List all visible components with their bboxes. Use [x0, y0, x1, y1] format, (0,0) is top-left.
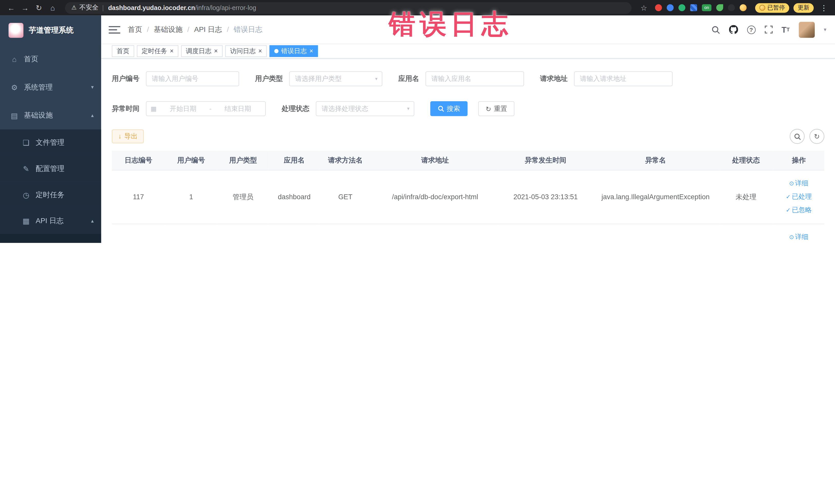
filter-process-status: 处理状态 请选择处理状态 ▾: [282, 101, 414, 116]
error-log-table: 日志编号 用户编号 用户类型 应用名 请求方法名 请求地址 异常发生时间 异常名…: [112, 151, 824, 243]
close-icon[interactable]: ×: [258, 48, 262, 55]
app-name-input[interactable]: [426, 72, 524, 86]
security-label[interactable]: 不安全: [79, 3, 99, 12]
page-header: 首页 / 基础设施 / API 日志 / 错误日志 ?: [101, 15, 835, 44]
sidebar-item-label: 文件管理: [36, 138, 64, 147]
help-icon[interactable]: ?: [747, 25, 755, 34]
sidebar-submenu-infra: ❏ 文件管理 ✎ 配置管理 ◷ 定时任务 ▦ API 日志 ▴ ❒: [0, 129, 101, 243]
font-size-icon[interactable]: TT: [781, 25, 790, 34]
chevron-down-icon: ▾: [375, 76, 377, 82]
filter-label: 处理状态: [282, 104, 309, 114]
check-icon: ✓: [786, 207, 791, 213]
breadcrumb-item[interactable]: API 日志: [194, 25, 222, 34]
chrome-menu-icon[interactable]: ⋮: [817, 3, 831, 12]
extension-icon-leaf[interactable]: [716, 4, 723, 11]
close-icon[interactable]: ×: [214, 48, 218, 55]
tab-home[interactable]: 首页: [112, 45, 134, 57]
breadcrumb-item[interactable]: 基础设施: [154, 25, 183, 34]
cell-app-name: dashboard: [269, 170, 320, 224]
select-placeholder: 请选择处理状态: [322, 104, 368, 113]
tab-label: 调度日志: [186, 47, 211, 56]
export-button[interactable]: ↓ 导出: [112, 129, 144, 143]
sidebar-item-job[interactable]: ◷ 定时任务: [0, 182, 101, 208]
bookmark-star-icon[interactable]: ☆: [637, 3, 651, 12]
breadcrumb-item[interactable]: 首页: [128, 25, 142, 34]
smiley-icon: [759, 5, 765, 11]
chrome-update-button[interactable]: 更新: [793, 3, 814, 12]
sidebar-logo[interactable]: 芋道管理系统: [0, 15, 101, 45]
sidebar-item-system[interactable]: ⚙ 系统管理 ▾: [0, 73, 101, 101]
forward-icon[interactable]: →: [18, 3, 32, 12]
sidebar-item-home[interactable]: ⌂ 首页: [0, 45, 101, 73]
app-frame: 芋道管理系统 ⌂ 首页 ⚙ 系统管理 ▾ ▤ 基础设施 ▴ ❏ 文件管理: [0, 15, 835, 243]
filter-label: 请求地址: [540, 74, 568, 83]
extension-icon-on[interactable]: on: [702, 4, 711, 11]
sidebar-item-infra[interactable]: ▤ 基础设施 ▴: [0, 101, 101, 129]
search-icon: [794, 133, 801, 140]
home-icon[interactable]: ⌂: [46, 3, 60, 12]
tab-job[interactable]: 定时任务×: [137, 45, 178, 57]
processed-link[interactable]: ✓已处理: [773, 190, 824, 204]
user-id-input[interactable]: [146, 72, 239, 86]
paused-badge-label: 已暂停: [767, 4, 785, 12]
request-url-input[interactable]: [574, 72, 673, 86]
date-range-picker[interactable]: ▦ 开始日期 - 结束日期: [146, 101, 266, 116]
cell-process-status: 未处理: [719, 170, 773, 224]
log-icon: ▦: [21, 217, 31, 225]
extension-icon-grid[interactable]: [690, 4, 697, 11]
paused-extension-badge[interactable]: 已暂停: [755, 3, 789, 12]
github-icon[interactable]: [729, 25, 738, 34]
select-placeholder: 请选择用户类型: [295, 74, 342, 83]
sidebar-item-access-log[interactable]: ❒ 访问日志: [0, 234, 101, 243]
tab-access-log[interactable]: 访问日志×: [225, 45, 267, 57]
toggle-search-button[interactable]: [790, 129, 805, 144]
tab-job-log[interactable]: 调度日志×: [181, 45, 223, 57]
tab-error-log[interactable]: 错误日志×: [269, 45, 318, 57]
search-icon[interactable]: [711, 25, 720, 34]
extension-icon-red[interactable]: [655, 4, 662, 11]
url-host: dashboard.yudao.iocoder.cn: [108, 4, 195, 12]
ignored-link[interactable]: ✓已忽略: [773, 203, 824, 217]
fullscreen-icon[interactable]: [765, 26, 772, 34]
extension-icon-paw[interactable]: [728, 4, 735, 11]
reload-icon[interactable]: ↻: [32, 3, 46, 12]
chevron-up-icon: ▴: [91, 113, 94, 118]
close-icon[interactable]: ×: [309, 48, 313, 55]
start-date-placeholder: 开始日期: [160, 104, 206, 113]
breadcrumb-current: 错误日志: [233, 25, 262, 34]
detail-link[interactable]: ⊙详细: [773, 177, 824, 190]
update-button-label: 更新: [798, 4, 810, 12]
tab-label: 首页: [117, 47, 129, 56]
search-button[interactable]: 搜索: [430, 101, 467, 116]
user-avatar[interactable]: [799, 22, 815, 38]
extension-icon-blue[interactable]: [667, 4, 674, 11]
address-bar[interactable]: ⚠ 不安全 | dashboard.yudao.iocoder.cn/infra…: [65, 2, 631, 14]
collapse-sidebar-icon[interactable]: [108, 24, 120, 36]
document-icon: ❒: [30, 243, 39, 243]
extension-icon-smiley[interactable]: [740, 4, 747, 11]
sidebar-item-file[interactable]: ❏ 文件管理: [0, 129, 101, 156]
breadcrumb-separator: /: [147, 26, 149, 34]
page-content: 用户编号 用户类型 请选择用户类型 ▾ 应用名: [101, 59, 835, 243]
detail-link[interactable]: ⊙详细: [773, 230, 824, 243]
browser-chrome: ← → ↻ ⌂ ⚠ 不安全 | dashboard.yudao.iocoder.…: [0, 0, 835, 15]
sidebar-item-label: API 日志: [36, 216, 64, 225]
reset-button[interactable]: ↻ 重置: [478, 101, 515, 116]
cell-user-id: 1: [165, 170, 217, 224]
refresh-table-button[interactable]: ↻: [809, 129, 824, 144]
search-button-label: 搜索: [447, 104, 460, 113]
download-icon: ↓: [118, 133, 122, 140]
refresh-icon: ↻: [486, 105, 491, 113]
breadcrumb-separator: /: [187, 26, 189, 34]
url-path: /infra/log/api-error-log: [195, 4, 256, 12]
avatar-caret-icon[interactable]: ▾: [824, 27, 826, 33]
back-icon[interactable]: ←: [4, 3, 18, 12]
sidebar-item-config[interactable]: ✎ 配置管理: [0, 156, 101, 182]
close-icon[interactable]: ×: [170, 48, 174, 55]
sidebar-item-api-log[interactable]: ▦ API 日志 ▴: [0, 208, 101, 234]
extension-icon-green[interactable]: [678, 4, 685, 11]
user-type-select[interactable]: 请选择用户类型 ▾: [289, 72, 383, 86]
filter-label: 用户类型: [255, 74, 283, 83]
process-status-select[interactable]: 请选择处理状态 ▾: [316, 101, 414, 116]
filter-label: 异常时间: [112, 104, 140, 114]
